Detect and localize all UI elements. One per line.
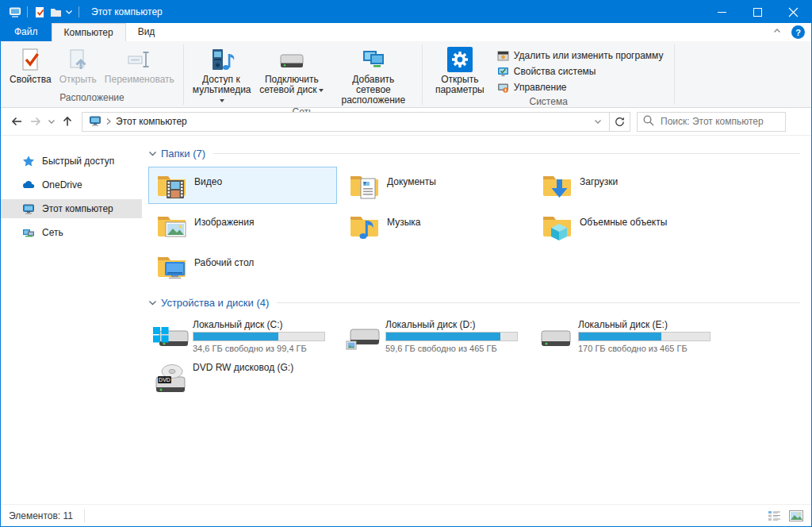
tab-view[interactable]: Вид (126, 23, 167, 41)
drive-usage-fill (386, 333, 500, 340)
section-header-devices[interactable]: Устройства и диски (4) (146, 294, 811, 310)
help-icon[interactable]: ? (791, 25, 805, 39)
up-button[interactable] (58, 112, 77, 131)
drive-tile[interactable]: Локальный диск (D:) 59,6 ГБ свободно из … (341, 316, 530, 356)
map-drive-label: Подключить сетевой диск (259, 74, 319, 95)
sidebar-item-this-pc[interactable]: Этот компьютер (1, 199, 142, 218)
window-controls (704, 1, 811, 23)
close-button[interactable] (776, 1, 811, 23)
address-dropdown-chevron-icon[interactable] (590, 113, 606, 131)
drive-tile[interactable]: DVD DVD RW дисковод (G:) (148, 359, 337, 398)
folders-grid: Видео Документы Загрузки Изображения Муз… (146, 161, 729, 294)
folder-tile[interactable]: Рабочий стол (148, 248, 337, 285)
folder-tile[interactable]: Объемные объекты (534, 207, 722, 244)
back-button[interactable] (7, 112, 26, 131)
items-count: Элементов: 11 (9, 510, 73, 521)
drive-free-space: 170 ГБ свободно из 465 ГБ (578, 344, 710, 353)
search-icon (642, 114, 654, 129)
statusbar-separator (84, 510, 85, 522)
thumbnails-view-button[interactable] (789, 510, 803, 522)
rename-button[interactable]: Переименовать (101, 44, 178, 85)
details-view-button[interactable] (767, 510, 781, 522)
group-label-location: Расположение (1, 91, 183, 107)
objects3d-folder-icon (541, 210, 573, 242)
ribbon-tabs-bar: Файл Компьютер Вид ? (1, 23, 811, 42)
add-network-location-icon (361, 47, 386, 72)
map-network-drive-button[interactable]: Подключить сетевой диск (254, 44, 330, 95)
properties-button-label: Свойства (10, 74, 52, 85)
drive-icon (538, 321, 573, 352)
system-menu-icon[interactable] (7, 4, 23, 20)
downloads-folder-icon (541, 170, 573, 202)
folder-label: Загрузки (580, 176, 618, 203)
media-access-button[interactable]: Доступ к мультимедиа (189, 44, 254, 106)
svg-text:DVD: DVD (159, 377, 170, 383)
qat-new-folder-icon[interactable] (48, 4, 63, 20)
section-header-folders[interactable]: Папки (7) (146, 145, 811, 161)
sidebar-item-label: Этот компьютер (42, 203, 113, 214)
drive-tile[interactable]: Локальный диск (E:) 170 ГБ свободно из 4… (534, 316, 722, 356)
folder-tile[interactable]: Видео (148, 167, 337, 204)
rename-icon (127, 47, 152, 72)
folder-tile[interactable]: Музыка (341, 207, 530, 244)
qat-customize-chevron-icon[interactable] (63, 4, 75, 20)
tab-file[interactable]: Файл (1, 23, 52, 41)
manage-button[interactable]: Управление (497, 81, 664, 94)
ribbon: Свойства Открыть Переименовать Расположе… (1, 42, 811, 108)
section-title: Устройства и диски (4) (161, 297, 269, 309)
sidebar-item-label: Сеть (42, 227, 63, 238)
ribbon-collapse-icon[interactable] (772, 26, 782, 38)
titlebar-separator (27, 6, 28, 17)
add-network-location-label: Добавить сетевое расположение (342, 74, 406, 106)
onedrive-cloud-icon (22, 179, 35, 191)
section-divider (277, 302, 800, 303)
sidebar-item-label: Быстрый доступ (42, 156, 114, 167)
folder-tile[interactable]: Документы (341, 167, 530, 204)
sidebar-item-onedrive[interactable]: OneDrive (1, 175, 142, 194)
folder-label: Изображения (194, 217, 254, 244)
media-access-icon (209, 47, 234, 72)
documents-folder-icon (348, 170, 380, 202)
system-properties-button[interactable]: Свойства системы (497, 65, 664, 78)
music-folder-icon (348, 210, 380, 242)
uninstall-program-button[interactable]: Удалить или изменить программу (497, 49, 664, 62)
drive-tile[interactable]: Локальный диск (C:) 34,6 ГБ свободно из … (148, 316, 337, 356)
search-input[interactable] (661, 116, 780, 127)
address-bar[interactable]: Этот компьютер (82, 112, 610, 132)
sidebar-item-quick-access[interactable]: Быстрый доступ (1, 152, 142, 171)
media-access-label: Доступ к мультимедиа (193, 74, 251, 95)
open-button-label: Открыть (59, 74, 97, 85)
collapse-chevron-icon (148, 149, 157, 158)
pictures-folder-icon (155, 210, 187, 242)
folder-tile[interactable]: Загрузки (534, 167, 722, 204)
minimize-button[interactable] (704, 1, 740, 23)
tab-computer[interactable]: Компьютер (52, 23, 126, 41)
forward-button[interactable] (26, 112, 45, 131)
folder-label: Объемные объекты (580, 217, 667, 244)
properties-button[interactable]: Свойства (6, 44, 56, 85)
open-icon (65, 47, 90, 72)
uninstall-program-label: Удалить или изменить программу (514, 49, 664, 62)
folder-label: Документы (387, 176, 436, 203)
add-network-location-button[interactable]: Добавить сетевое расположение (330, 44, 417, 106)
breadcrumb-chevron-icon[interactable] (105, 117, 113, 126)
drive-usage-bar (385, 332, 518, 341)
ribbon-separator (674, 44, 675, 105)
folder-tile[interactable]: Изображения (148, 207, 337, 244)
sidebar-item-network[interactable]: Сеть (1, 223, 142, 242)
this-pc-icon (22, 202, 35, 215)
manage-label: Управление (514, 81, 567, 94)
navigation-pane: Быстрый доступ OneDrive Этот компьютер С… (1, 136, 142, 504)
refresh-button[interactable] (610, 112, 630, 132)
drive-usage-bar (193, 332, 325, 341)
maximize-button[interactable] (740, 1, 776, 23)
open-settings-label: Открыть параметры (435, 74, 485, 95)
search-box (637, 112, 786, 132)
recent-locations-chevron-icon[interactable] (45, 112, 58, 131)
breadcrumb[interactable]: Этот компьютер (116, 116, 187, 127)
open-settings-button[interactable]: Открыть параметры (427, 44, 492, 95)
qat-properties-icon[interactable] (32, 4, 48, 20)
explorer-window: Этот компьютер Файл Компьютер Вид ? Свой… (0, 0, 812, 527)
open-button[interactable]: Открыть (56, 44, 101, 85)
group-label-system: Система (423, 95, 675, 111)
